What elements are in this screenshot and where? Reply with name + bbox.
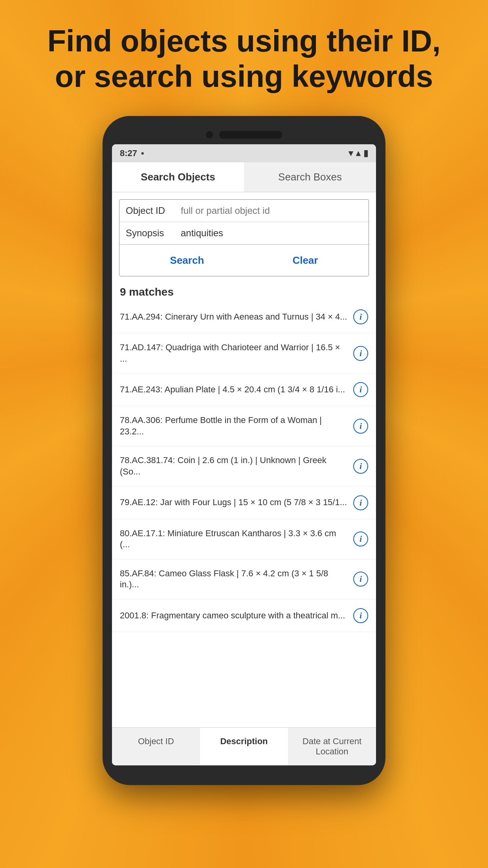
- info-icon[interactable]: i: [353, 459, 368, 474]
- info-icon[interactable]: i: [353, 419, 368, 434]
- battery-icon: ▪: [141, 148, 144, 158]
- info-icon[interactable]: i: [353, 346, 368, 361]
- headline-text: Find objects using their ID, or search u…: [31, 24, 457, 94]
- result-text: 78.AC.381.74: Coin | 2.6 cm (1 in.) | Un…: [120, 455, 353, 477]
- object-id-row: Object ID: [119, 200, 369, 222]
- list-item[interactable]: 80.AE.17.1: Miniature Etruscan Kantharos…: [112, 519, 376, 559]
- list-item[interactable]: 71.AE.243: Apulian Plate | 4.5 × 20.4 cm…: [112, 373, 376, 406]
- info-icon[interactable]: i: [353, 382, 368, 397]
- bottom-nav-object-id[interactable]: Object ID: [112, 728, 200, 765]
- synopsis-label: Synopsis: [126, 228, 181, 239]
- info-icon[interactable]: i: [353, 309, 368, 324]
- tab-bar: Search Objects Search Boxes: [112, 162, 376, 192]
- result-text: 71.AD.147: Quadriga with Charioteer and …: [120, 342, 353, 364]
- headline-line1: Find objects using their ID,: [47, 24, 440, 58]
- status-right: ▾ ▴ ▮: [349, 148, 368, 158]
- battery-icon: ▮: [363, 148, 368, 158]
- object-id-input[interactable]: [181, 205, 362, 216]
- status-left: 8:27 ▪: [120, 148, 144, 158]
- result-text: 78.AA.306: Perfume Bottle in the Form of…: [120, 415, 353, 437]
- info-icon[interactable]: i: [353, 572, 368, 587]
- phone-top-bar: [112, 127, 376, 144]
- search-form: Object ID Synopsis Search Clear: [119, 199, 369, 276]
- synopsis-row: Synopsis: [119, 222, 369, 245]
- headline: Find objects using their ID, or search u…: [0, 24, 488, 94]
- status-time: 8:27: [120, 148, 137, 158]
- list-item[interactable]: 85.AF.84: Cameo Glass Flask | 7.6 × 4.2 …: [112, 559, 376, 600]
- results-count: 9 matches: [112, 282, 376, 301]
- list-item[interactable]: 71.AA.294: Cinerary Urn with Aeneas and …: [112, 301, 376, 333]
- bottom-nav-description[interactable]: Description: [200, 728, 288, 765]
- phone-screen: 8:27 ▪ ▾ ▴ ▮ Search Objects Search Boxes: [112, 144, 376, 765]
- clear-button[interactable]: Clear: [277, 251, 334, 270]
- tab-search-boxes[interactable]: Search Boxes: [244, 162, 376, 192]
- list-item[interactable]: 2001.8: Fragmentary cameo sculpture with…: [112, 600, 376, 632]
- list-item[interactable]: 79.AE.12: Jar with Four Lugs | 15 × 10 c…: [112, 487, 376, 519]
- form-actions: Search Clear: [119, 245, 369, 276]
- phone-shell: 8:27 ▪ ▾ ▴ ▮ Search Objects Search Boxes: [103, 116, 385, 785]
- result-text: 2001.8: Fragmentary cameo sculpture with…: [120, 610, 353, 622]
- info-icon[interactable]: i: [353, 608, 368, 623]
- status-bar: 8:27 ▪ ▾ ▴ ▮: [112, 144, 376, 162]
- wifi-icon: ▾: [349, 148, 353, 158]
- list-item[interactable]: 78.AA.306: Perfume Bottle in the Form of…: [112, 406, 376, 446]
- result-text: 85.AF.84: Cameo Glass Flask | 7.6 × 4.2 …: [120, 568, 353, 590]
- bottom-nav-date-location[interactable]: Date at Current Location: [288, 728, 376, 765]
- tab-search-objects[interactable]: Search Objects: [112, 162, 244, 192]
- list-item[interactable]: 78.AC.381.74: Coin | 2.6 cm (1 in.) | Un…: [112, 446, 376, 486]
- bottom-nav: Object ID Description Date at Current Lo…: [112, 727, 376, 765]
- phone-device: 8:27 ▪ ▾ ▴ ▮ Search Objects Search Boxes: [103, 116, 385, 785]
- search-button[interactable]: Search: [154, 251, 220, 270]
- camera-lens: [206, 131, 213, 138]
- speaker-grille: [219, 131, 282, 139]
- results-list: 71.AA.294: Cinerary Urn with Aeneas and …: [112, 301, 376, 727]
- result-text: 79.AE.12: Jar with Four Lugs | 15 × 10 c…: [120, 497, 353, 508]
- synopsis-input[interactable]: [181, 228, 362, 239]
- object-id-label: Object ID: [126, 205, 181, 216]
- result-text: 71.AA.294: Cinerary Urn with Aeneas and …: [120, 311, 353, 323]
- headline-line2: or search using keywords: [55, 59, 433, 94]
- result-text: 71.AE.243: Apulian Plate | 4.5 × 20.4 cm…: [120, 384, 353, 395]
- signal-icon: ▴: [356, 148, 360, 158]
- result-text: 80.AE.17.1: Miniature Etruscan Kantharos…: [120, 528, 353, 550]
- phone-bottom-bar: [112, 765, 376, 774]
- info-icon[interactable]: i: [353, 531, 368, 546]
- list-item[interactable]: 71.AD.147: Quadriga with Charioteer and …: [112, 333, 376, 373]
- info-icon[interactable]: i: [353, 495, 368, 510]
